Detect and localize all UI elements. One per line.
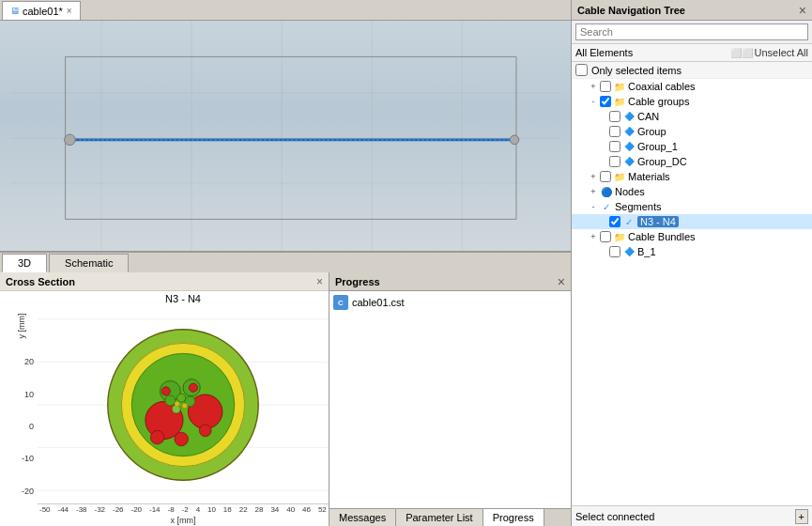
checkbox-coaxial[interactable] bbox=[600, 81, 611, 92]
cable-icon-can: 🔷 bbox=[622, 110, 636, 123]
folder-icon-materials: 📁 bbox=[613, 170, 626, 183]
search-bar bbox=[572, 21, 812, 44]
y-tick-m10: -10 bbox=[22, 454, 34, 463]
y-tick-m20: -20 bbox=[22, 487, 34, 496]
tab-messages[interactable]: Messages bbox=[329, 509, 396, 526]
3d-view[interactable] bbox=[0, 21, 571, 252]
progress-file-icon: C bbox=[333, 295, 348, 310]
tab-close-icon[interactable]: × bbox=[67, 6, 72, 16]
cable-icon-group-dc: 🔷 bbox=[622, 155, 636, 168]
label-nodes: Nodes bbox=[615, 186, 645, 197]
y-axis-title: y [mm] bbox=[17, 314, 26, 339]
expand-icon-coaxial: + bbox=[589, 82, 598, 91]
checkbox-can[interactable] bbox=[609, 111, 620, 122]
label-segments: Segments bbox=[615, 201, 662, 212]
svg-point-28 bbox=[161, 387, 170, 395]
progress-title: Progress bbox=[335, 276, 380, 287]
progress-close-icon[interactable]: × bbox=[558, 274, 565, 289]
unselect-all-button[interactable]: ⬜⬜ Unselect All bbox=[730, 47, 808, 58]
chart-title: N3 - N4 bbox=[38, 291, 329, 306]
tree-item-can[interactable]: 🔷 CAN bbox=[572, 109, 812, 124]
checkbox-group-dc[interactable] bbox=[609, 156, 620, 167]
tab-schematic[interactable]: Schematic bbox=[49, 254, 129, 272]
expand-icon-b1 bbox=[598, 247, 607, 256]
check-icon-segments: ✓ bbox=[600, 200, 613, 213]
tree-footer-label: Select connected bbox=[575, 511, 654, 522]
svg-point-38 bbox=[182, 403, 187, 408]
progress-file: C cable01.cst bbox=[333, 295, 567, 310]
svg-point-15 bbox=[510, 135, 519, 145]
checkbox-n3n4[interactable] bbox=[609, 216, 620, 227]
svg-point-37 bbox=[175, 401, 179, 406]
folder-icon-cable-groups: 📁 bbox=[613, 95, 626, 108]
label-cable-groups: Cable groups bbox=[628, 96, 689, 107]
x-axis-labels: -50 -44 -38 -32 -26 -20 -14 -8 -2 4 10 1… bbox=[38, 503, 329, 515]
only-selected-checkbox[interactable] bbox=[575, 64, 588, 76]
filter-row: Only selected items bbox=[572, 62, 812, 79]
tree-item-cable-groups[interactable]: - 📁 Cable groups bbox=[572, 94, 812, 109]
y-tick-10: 10 bbox=[24, 390, 34, 399]
svg-point-32 bbox=[199, 425, 211, 437]
tree-item-group-dc[interactable]: 🔷 Group_DC bbox=[572, 154, 812, 169]
cross-section-close-icon[interactable]: × bbox=[316, 275, 323, 288]
checkbox-group1[interactable] bbox=[609, 141, 620, 152]
expand-icon-cable-groups: - bbox=[589, 97, 598, 106]
tree-item-n3n4[interactable]: ✓ N3 - N4 bbox=[572, 214, 812, 229]
tree-item-b1[interactable]: 🔷 B_1 bbox=[572, 244, 812, 259]
cable-icon-group: 🔷 bbox=[622, 125, 636, 138]
label-materials: Materials bbox=[628, 171, 670, 182]
svg-point-34 bbox=[177, 394, 186, 402]
tab-parameter-list[interactable]: Parameter List bbox=[396, 509, 483, 526]
checkbox-b1[interactable] bbox=[609, 246, 620, 257]
file-tab[interactable]: 🖥 cable01* × bbox=[2, 1, 81, 20]
view-tabs: 3D Schematic bbox=[0, 252, 571, 272]
folder-icon-cable-bundles: 📁 bbox=[613, 230, 626, 243]
folder-icon-coaxial: 📁 bbox=[613, 80, 626, 93]
tree-item-coaxial[interactable]: + 📁 Coaxial cables bbox=[572, 79, 812, 94]
x-axis-unit: x [mm] bbox=[38, 515, 329, 526]
expand-icon-cable-bundles: + bbox=[589, 232, 598, 241]
checkbox-group[interactable] bbox=[609, 126, 620, 137]
label-cable-bundles: Cable Bundles bbox=[628, 231, 696, 242]
tab-3d[interactable]: 3D bbox=[2, 254, 47, 272]
cable-navigation-tree: Cable Navigation Tree × All Elements ⬜⬜ … bbox=[571, 0, 812, 526]
tree-item-segments[interactable]: - ✓ Segments bbox=[572, 199, 812, 214]
unselect-all-icon: ⬜⬜ bbox=[730, 48, 753, 58]
cable-visualization bbox=[0, 21, 571, 251]
tree-item-cable-bundles[interactable]: + 📁 Cable Bundles bbox=[572, 229, 812, 244]
expand-icon-nodes: + bbox=[589, 187, 598, 196]
search-input[interactable] bbox=[575, 23, 808, 40]
tree-header-title: Cable Navigation Tree bbox=[577, 5, 685, 16]
progress-body: C cable01.cst bbox=[329, 291, 571, 508]
checkbox-cable-groups[interactable] bbox=[600, 96, 611, 107]
label-b1: B_1 bbox=[637, 246, 656, 257]
tree-item-materials[interactable]: + 📁 Materials bbox=[572, 169, 812, 184]
cross-section-panel: Cross Section × y [mm] 20 10 0 -10 -20 bbox=[0, 272, 329, 526]
tree-item-group1[interactable]: 🔷 Group_1 bbox=[572, 139, 812, 154]
check-icon-n3n4: ✓ bbox=[622, 215, 636, 228]
cable-svg bbox=[0, 21, 571, 251]
progress-header: Progress × bbox=[329, 272, 571, 291]
y-tick-20: 20 bbox=[24, 357, 34, 366]
sphere-icon-nodes: 🔵 bbox=[600, 185, 613, 198]
cross-section-content: y [mm] 20 10 0 -10 -20 N3 - N4 bbox=[0, 291, 329, 526]
cable-icon-group1: 🔷 bbox=[622, 140, 636, 153]
label-group1: Group_1 bbox=[637, 141, 678, 152]
tree-footer: Select connected + bbox=[572, 505, 812, 526]
tree-footer-btn[interactable]: + bbox=[795, 509, 808, 524]
cross-section-header: Cross Section × bbox=[0, 272, 329, 291]
tab-bar: 🖥 cable01* × bbox=[0, 0, 571, 21]
expand-icon-segments: - bbox=[589, 202, 598, 211]
bottom-section: Cross Section × y [mm] 20 10 0 -10 -20 bbox=[0, 272, 571, 526]
tab-label: cable01* bbox=[23, 6, 63, 17]
chart-area: N3 - N4 bbox=[38, 291, 329, 526]
checkbox-materials[interactable] bbox=[600, 171, 611, 182]
tree-close-icon[interactable]: × bbox=[799, 3, 806, 18]
tree-item-group[interactable]: 🔷 Group bbox=[572, 124, 812, 139]
tree-header: Cable Navigation Tree × bbox=[572, 0, 812, 21]
expand-icon-materials: + bbox=[589, 172, 598, 181]
tab-progress[interactable]: Progress bbox=[483, 509, 544, 526]
tree-item-nodes[interactable]: + 🔵 Nodes bbox=[572, 184, 812, 199]
right-bottom-panel: Progress × C cable01.cst Messages Parame… bbox=[329, 272, 571, 526]
checkbox-cable-bundles[interactable] bbox=[600, 231, 611, 242]
